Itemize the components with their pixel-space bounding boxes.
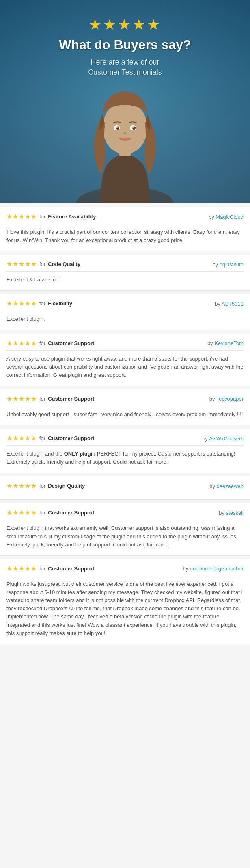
review-card: ★★★★★ for Customer Supportby TeccopaperU… [0, 389, 250, 425]
review-header: ★★★★★ for Design Qualityby deezeeweb [6, 482, 244, 490]
hero-subtitle: Here are a few of our Customer Testimoni… [59, 57, 191, 78]
svg-point-8 [131, 125, 135, 128]
review-by-label: by [212, 261, 219, 268]
review-divider-line [6, 406, 244, 406]
review-for-label: for [39, 566, 45, 572]
review-stars: ★★★★★ [6, 565, 37, 572]
review-header-left: ★★★★★ for Customer Support [6, 509, 94, 516]
review-divider-line [6, 271, 244, 272]
review-for-label: for [39, 483, 45, 489]
review-author[interactable]: MagicCloud [216, 214, 244, 220]
review-body: I love this plugin. It's a crucial part … [6, 228, 244, 244]
review-for-label: for [39, 510, 45, 516]
review-by-label: by [209, 214, 216, 220]
review-author[interactable]: der-homepage-macher [190, 566, 244, 572]
review-card: ★★★★★ for Design Qualityby deezeeweb [0, 476, 250, 500]
review-by-label: by [202, 436, 209, 442]
review-header-left: ★★★★★ for Customer Support [6, 395, 94, 403]
review-header: ★★★★★ for Customer Supportby KeylaneTom [6, 339, 244, 347]
review-by-label: by [219, 510, 226, 516]
review-byline: by AviWxChasers [202, 435, 244, 442]
review-divider-line [6, 224, 244, 224]
review-stars: ★★★★★ [6, 482, 37, 490]
review-byline: by pqinstitute [212, 261, 244, 268]
review-header-left: ★★★★★ for Design Quality [6, 482, 85, 490]
review-body: A very easy to use plugin that works rig… [6, 355, 244, 379]
review-author[interactable]: AviWxChasers [209, 436, 244, 442]
review-author[interactable]: AD75011 [222, 301, 244, 307]
review-category: Customer Support [48, 340, 94, 346]
review-card: ★★★★★ for Customer Supportby AviWxChaser… [0, 429, 250, 473]
review-for-label: for [39, 261, 45, 267]
review-author[interactable]: steskell [226, 510, 244, 516]
review-body: Plugin works just great, but their custo… [6, 580, 244, 637]
review-stars: ★★★★★ [6, 509, 37, 516]
review-header-left: ★★★★★ for Flexibility [6, 300, 72, 307]
review-card: ★★★★★ for Customer Supportby der-homepag… [0, 559, 250, 644]
hero-title: What do Buyers say? [59, 37, 191, 52]
review-for-label: for [39, 300, 45, 307]
review-byline: by deezeeweb [209, 482, 244, 490]
review-by-label: by [207, 340, 214, 346]
review-body: Excellent plugin and the ONLY plugin PER… [6, 450, 244, 466]
review-card: ★★★★★ for Feature Availabilityby MagicCl… [0, 207, 250, 251]
review-card: ★★★★★ for Customer Supportby steskellExc… [0, 503, 250, 555]
review-card: ★★★★★ for Customer Supportby KeylaneTomA… [0, 334, 250, 386]
review-divider-line [6, 520, 244, 520]
hero-person-image [68, 65, 182, 203]
review-category: Customer Support [48, 510, 94, 516]
review-stars: ★★★★★ [6, 213, 37, 220]
review-author[interactable]: Teccopaper [216, 396, 244, 402]
review-byline: by AD75011 [215, 300, 244, 307]
review-stars: ★★★★★ [6, 300, 37, 307]
reviews-section: ★★★★★ for Feature Availabilityby MagicCl… [0, 203, 250, 652]
review-stars: ★★★★★ [6, 339, 37, 347]
hero-section: ★★★★★ What do Buyers say? Here are a few… [0, 0, 250, 203]
review-header: ★★★★★ for Flexibilityby AD75011 [6, 300, 244, 307]
review-header: ★★★★★ for Feature Availabilityby MagicCl… [6, 213, 244, 220]
review-stars: ★★★★★ [6, 434, 37, 442]
review-category: Customer Support [48, 435, 94, 441]
review-body: Excellent plugin that works extrememly w… [6, 524, 244, 548]
review-for-label: for [39, 435, 45, 441]
review-header-left: ★★★★★ for Customer Support [6, 434, 94, 442]
review-divider-line [6, 311, 244, 311]
review-byline: by steskell [219, 509, 244, 516]
review-header: ★★★★★ for Customer Supportby der-homepag… [6, 565, 244, 572]
review-divider-line [6, 350, 244, 351]
review-header: ★★★★★ for Customer Supportby steskell [6, 509, 244, 516]
review-category: Code Quality [48, 261, 80, 267]
review-header: ★★★★★ for Customer Supportby Teccopaper [6, 395, 244, 403]
review-card: ★★★★★ for Flexibilityby AD75011Excellent… [0, 294, 250, 330]
review-by-label: by [215, 301, 222, 307]
review-category: Design Quality [48, 483, 85, 489]
review-divider-line [6, 576, 244, 576]
review-header: ★★★★★ for Customer Supportby AviWxChaser… [6, 434, 244, 442]
review-body: Unbelievably good support - super fast -… [6, 410, 244, 419]
hero-subtitle-line1: Here are a few of our [91, 58, 159, 66]
review-for-label: for [39, 340, 45, 346]
review-author[interactable]: deezeeweb [217, 483, 244, 489]
review-category: Customer Support [48, 566, 94, 572]
review-header: ★★★★★ for Code Qualityby pqinstitute [6, 260, 244, 268]
hero-subtitle-line2: Customer Testimonials [88, 68, 162, 76]
review-for-label: for [39, 214, 45, 220]
review-header-left: ★★★★★ for Code Quality [6, 260, 80, 268]
svg-point-2 [103, 101, 147, 154]
review-stars: ★★★★★ [6, 260, 37, 268]
review-by-label: by [183, 566, 190, 572]
review-author[interactable]: pqinstitute [220, 261, 244, 268]
review-byline: by der-homepage-macher [183, 565, 244, 572]
review-body: Excellent & hassle-free. [6, 276, 244, 284]
review-divider-line [6, 445, 244, 446]
review-byline: by Teccopaper [209, 395, 244, 402]
review-header-left: ★★★★★ for Feature Availability [6, 213, 96, 220]
review-author[interactable]: KeylaneTom [214, 340, 244, 346]
review-byline: by KeylaneTom [207, 339, 244, 347]
review-header-left: ★★★★★ for Customer Support [6, 339, 94, 347]
review-category: Flexibility [48, 300, 72, 307]
review-by-label: by [209, 396, 216, 402]
review-byline: by MagicCloud [209, 213, 244, 220]
review-category: Customer Support [48, 396, 94, 402]
hero-content: ★★★★★ What do Buyers say? Here are a few… [59, 16, 191, 78]
